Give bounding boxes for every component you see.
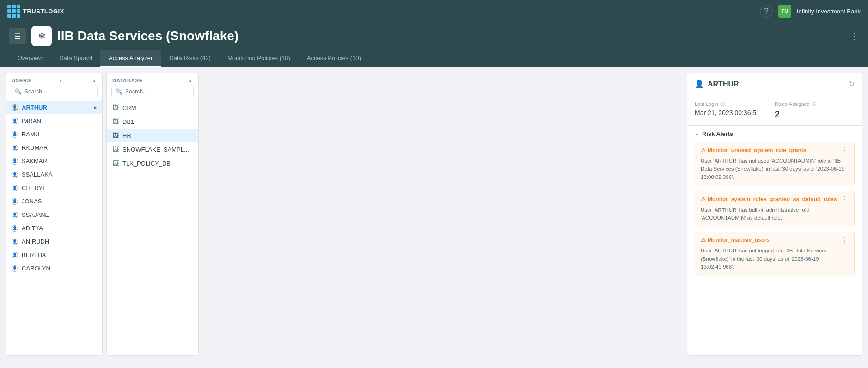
chevron-right-icon: ▸ xyxy=(94,105,97,110)
alert-1-title: ⚠ Monitor_unused_system_role_grants xyxy=(701,147,806,153)
db-icon-tlx: 🖼 xyxy=(112,159,119,167)
user-name-bertha: BERTHA xyxy=(22,251,46,258)
tab-navigation: Overview Data Sprawl Access Analyzer Dat… xyxy=(9,50,859,67)
user-avatar[interactable]: TU xyxy=(778,5,791,18)
users-dropdown-icon[interactable]: ▼ xyxy=(58,78,63,83)
db-item-tlx[interactable]: 🖼 TLX_POLICY_DB xyxy=(107,156,198,170)
tab-access-policies[interactable]: Access Policies (10) xyxy=(299,50,369,67)
user-icon-jonas: 👤 xyxy=(12,198,18,205)
user-icon-rkumar: 👤 xyxy=(12,145,18,151)
db-icon-db1: 🖼 xyxy=(112,118,119,125)
alert-3-menu-button[interactable]: ⋮ xyxy=(841,237,849,244)
db-icon-crm: 🖼 xyxy=(112,104,119,111)
page-icon: ❄ xyxy=(31,26,52,46)
user-name-imran: IMRAN xyxy=(22,117,41,124)
risk-alerts-header: ▲ Risk Alerts xyxy=(695,130,855,137)
tab-data-sprawl[interactable]: Data Sprawl xyxy=(51,50,100,67)
tab-access-analyzer[interactable]: Access Analyzer xyxy=(100,50,161,67)
last-login-value: Mar 21, 2023 00:36:51 xyxy=(695,109,775,117)
users-panel-header: USERS ▼ ▲ xyxy=(6,73,102,86)
db-name-crm: CRM xyxy=(122,104,136,111)
user-name-arthur: ARTHUR xyxy=(22,104,47,111)
users-search-box: 🔍 xyxy=(6,86,102,101)
database-panel-header: DATABASE ▲ xyxy=(107,73,198,86)
database-search-input[interactable] xyxy=(125,88,189,95)
db-name-db1: DB1 xyxy=(122,118,134,125)
db-name-hr: HR xyxy=(122,132,131,139)
user-name-cheryl: CHERYL xyxy=(22,184,46,191)
roles-assigned-label: Roles Assigned ⓘ xyxy=(775,101,855,107)
database-collapse-icon[interactable]: ▲ xyxy=(188,78,193,83)
user-item-jonas[interactable]: 👤 JONAS xyxy=(6,195,102,208)
alert-card-1: ⚠ Monitor_unused_system_role_grants ⋮ Us… xyxy=(695,142,855,186)
alert-1-warning-icon: ⚠ xyxy=(701,147,706,153)
users-list: 👤 ARTHUR ▸ 👤 IMRAN 👤 RAMU 👤 RKUMAR 👤 SAK… xyxy=(6,101,102,355)
user-item-anirudh[interactable]: 👤 ANIRUDH xyxy=(6,235,102,248)
logo-icon xyxy=(7,5,20,18)
user-name-anirudh: ANIRUDH xyxy=(22,238,49,245)
user-item-aditya[interactable]: 👤 ADITYA xyxy=(6,221,102,235)
alert-1-header: ⚠ Monitor_unused_system_role_grants ⋮ xyxy=(701,147,849,154)
alert-1-body: User 'ARTHUR' has not used 'ACCOUNTADMIN… xyxy=(701,157,849,181)
user-icon-carolyn: 👤 xyxy=(12,265,18,272)
roles-assigned-value: 2 xyxy=(775,109,855,120)
last-login-block: Last Login ⓘ Mar 21, 2023 00:36:51 xyxy=(695,101,775,120)
user-item-carolyn[interactable]: 👤 CAROLYN xyxy=(6,262,102,275)
user-item-cheryl[interactable]: 👤 CHERYL xyxy=(6,181,102,195)
user-name-ssallaka: SSALLAKA xyxy=(22,171,53,178)
user-icon-ssallaka: 👤 xyxy=(12,172,18,178)
filter-button[interactable]: ⋮ xyxy=(850,31,859,41)
page-header: ☰ ❄ IIB Data Services (Snowflake) ⋮ Over… xyxy=(0,22,868,67)
alert-1-menu-button[interactable]: ⋮ xyxy=(841,147,849,154)
db-item-snowflake[interactable]: 🖼 SNOWFLAKE_SAMPL... xyxy=(107,142,198,156)
user-icon-ssajane: 👤 xyxy=(12,212,18,218)
database-search-box: 🔍 xyxy=(107,86,198,101)
user-icon-ramu: 👤 xyxy=(12,131,18,138)
user-item-rkumar[interactable]: 👤 RKUMAR xyxy=(6,141,102,154)
db-item-hr[interactable]: 🖼 HR xyxy=(107,129,198,142)
user-name-ramu: RAMU xyxy=(22,131,39,138)
user-item-bertha[interactable]: 👤 BERTHA xyxy=(6,248,102,262)
db-item-crm[interactable]: 🖼 CRM xyxy=(107,101,198,115)
user-icon-arthur: 👤 xyxy=(12,104,18,111)
db-name-tlx: TLX_POLICY_DB xyxy=(122,160,171,167)
alert-2-body: User 'ARTHUR' has built-in administrativ… xyxy=(701,206,849,222)
tab-monitoring-policies[interactable]: Monitoring Policies (18) xyxy=(219,50,299,67)
risk-alerts-collapse-icon[interactable]: ▲ xyxy=(695,131,699,136)
user-item-ramu[interactable]: 👤 RAMU xyxy=(6,128,102,141)
topbar-logo: TRUSTLOGIX xyxy=(7,5,64,18)
topbar: TRUSTLOGIX ? TU Infinity Investment Bank xyxy=(0,0,868,22)
user-icon-bertha: 👤 xyxy=(12,252,18,258)
roles-assigned-info-icon[interactable]: ⓘ xyxy=(812,101,816,107)
alert-2-menu-button[interactable]: ⋮ xyxy=(841,196,849,203)
user-item-arthur[interactable]: 👤 ARTHUR ▸ xyxy=(6,101,102,114)
db-icon-snowflake: 🖼 xyxy=(112,146,119,153)
user-icon-cheryl: 👤 xyxy=(12,185,18,191)
hamburger-button[interactable]: ☰ xyxy=(9,28,26,44)
help-button[interactable]: ? xyxy=(760,5,773,18)
database-search-icon: 🔍 xyxy=(116,88,122,95)
refresh-button[interactable]: ↻ xyxy=(849,80,855,88)
db-item-db1[interactable]: 🖼 DB1 xyxy=(107,115,198,129)
users-collapse-icon[interactable]: ▲ xyxy=(92,78,97,83)
user-name-rkumar: RKUMAR xyxy=(22,144,48,151)
alert-card-3: ⚠ Monitor_inactive_users ⋮ User 'ARTHUR'… xyxy=(695,232,855,276)
main-content: USERS ▼ ▲ 🔍 👤 ARTHUR ▸ 👤 IMRAN 👤 RAMU xyxy=(0,67,868,361)
user-item-ssajane[interactable]: 👤 SSAJANE xyxy=(6,208,102,221)
org-name: Infinity Investment Bank xyxy=(797,8,861,15)
db-icon-hr: 🖼 xyxy=(112,132,119,139)
last-login-info-icon[interactable]: ⓘ xyxy=(720,101,725,107)
page-title: IIB Data Services (Snowflake) xyxy=(57,29,238,43)
user-icon-imran: 👤 xyxy=(12,118,18,124)
user-item-imran[interactable]: 👤 IMRAN xyxy=(6,114,102,128)
last-login-label: Last Login ⓘ xyxy=(695,101,775,107)
user-item-sakmar[interactable]: 👤 SAKMAR xyxy=(6,154,102,168)
tab-data-risks[interactable]: Data Risks (42) xyxy=(161,50,219,67)
user-icon-sakmar: 👤 xyxy=(12,158,18,165)
hamburger-icon: ☰ xyxy=(14,32,21,41)
users-search-input[interactable] xyxy=(24,88,93,95)
user-item-ssallaka[interactable]: 👤 SSALLAKA xyxy=(6,168,102,181)
alert-3-title: ⚠ Monitor_inactive_users xyxy=(701,237,770,243)
tab-overview[interactable]: Overview xyxy=(9,50,51,67)
user-name-carolyn: CAROLYN xyxy=(22,265,50,272)
